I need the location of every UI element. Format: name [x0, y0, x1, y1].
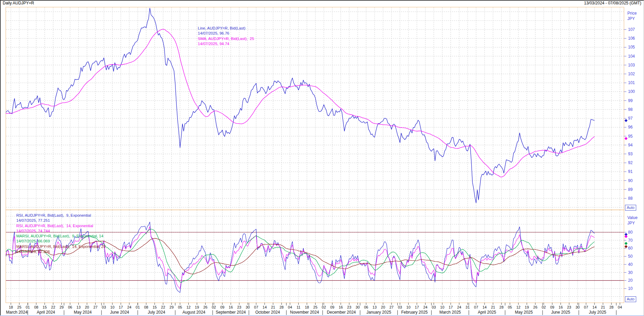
- x-axis-week-label: 23: [567, 305, 571, 309]
- x-axis-month-labels[interactable]: March 2024April 2024May 2024June 2024Jul…: [0, 310, 644, 315]
- x-axis-week-label: 20: [85, 305, 89, 309]
- x-axis-month-label: March 2025: [439, 310, 461, 315]
- x-axis-week-label: 17: [119, 305, 123, 309]
- value-tick-label: 20: [628, 278, 632, 283]
- x-axis-week-label: 29: [170, 305, 174, 309]
- value-tick-label: 60: [628, 246, 632, 251]
- x-axis-week-label: 14: [592, 305, 596, 309]
- x-axis-week-label: 22: [161, 305, 165, 309]
- legend-marsi14-name[interactable]: MARSI, AUDJPY=R, Bid(Last), 14, Exponent…: [16, 244, 106, 249]
- value-axis-auto-button[interactable]: Auto: [625, 296, 636, 302]
- x-axis-week-label: 13: [76, 305, 80, 309]
- x-axis-month-label: October 2024: [255, 310, 280, 315]
- price-tick-label: 88: [628, 196, 632, 201]
- x-axis-week-label: 19: [525, 305, 529, 309]
- price-tick-label: 104: [628, 54, 635, 59]
- value-axis-currency: JPY: [627, 220, 638, 226]
- x-axis-week-label: 10: [110, 305, 114, 309]
- x-axis-week-label: 20: [381, 305, 385, 309]
- price-tick-label: 93: [628, 152, 632, 156]
- legend-marsi9-name[interactable]: MARSI, AUDJPY=R, Bid(Last), 9, Exponenti…: [16, 234, 106, 239]
- value-tick-label: 50: [628, 254, 632, 259]
- x-axis-week-label: 02: [212, 305, 216, 309]
- x-axis-week-label: 07: [474, 305, 478, 309]
- x-axis-week-label: 13: [373, 305, 377, 309]
- x-axis-month-label: November 2024: [290, 310, 319, 315]
- legend-price-line-name[interactable]: Line, AUDJPY=R, Bid(Last): [198, 26, 254, 31]
- price-axis-auto-button[interactable]: Auto: [625, 205, 636, 211]
- chart-canvas[interactable]: [0, 0, 644, 316]
- x-axis-week-label: 06: [364, 305, 368, 309]
- price-tick-label: 103: [628, 63, 635, 67]
- legend-sma-name[interactable]: SMA, AUDJPY=R, Bid(Last), 25: [198, 36, 254, 41]
- x-axis-week-label: 03: [432, 305, 436, 309]
- x-axis-week-label: 30: [575, 305, 580, 309]
- sma25-series[interactable]: [5, 29, 594, 177]
- x-axis-week-label: 02: [322, 305, 326, 309]
- price-panel-border: [6, 7, 624, 210]
- x-axis-week-label: 09: [550, 305, 554, 309]
- x-axis-week-label: 15: [153, 305, 157, 309]
- x-axis-month-label: January 2025: [366, 310, 391, 315]
- price-tick-label: 97: [628, 116, 632, 121]
- x-axis-week-label: 24: [127, 305, 131, 309]
- price-tick-label: 96: [628, 125, 632, 130]
- value-tick-label: 40: [628, 262, 632, 267]
- value-axis-header[interactable]: Value JPY: [627, 215, 638, 226]
- x-axis-week-label: 09: [220, 305, 224, 309]
- legend-rsi14-name[interactable]: RSI, AUDJPY=R, Bid(Last), 14, Exponentia…: [16, 223, 106, 229]
- legend-price-line-value[interactable]: 14/07/2025, 96.76: [198, 31, 254, 36]
- price-tick-label: 101: [628, 80, 635, 85]
- x-axis-week-label: 16: [558, 305, 563, 309]
- legend-rsi9-name[interactable]: RSI, AUDJPY=R, Bid(Last), 9, Exponential: [16, 213, 106, 218]
- price-axis-header[interactable]: Price JPY: [627, 11, 637, 21]
- x-axis-week-label: 14: [482, 305, 487, 309]
- date-range: 13/03/2024 - 07/08/2025 (GMT): [584, 1, 641, 5]
- x-axis-month-label: April 2025: [478, 310, 496, 315]
- x-axis-week-label: 03: [398, 305, 402, 309]
- legend-rsi14-value[interactable]: 14/07/2025, 74.744: [16, 229, 106, 234]
- legend-rsi9-value[interactable]: 14/07/2025, 77.251: [16, 218, 106, 223]
- price-tick-label: 100: [628, 89, 635, 94]
- price-tick-label: 89: [628, 187, 632, 192]
- x-axis-week-label: 27: [390, 305, 394, 309]
- legend-sma-value[interactable]: 14/07/2025, 94.74: [198, 41, 254, 46]
- price-tick-label: 98: [628, 107, 632, 112]
- x-axis-week-label: 28: [499, 305, 504, 309]
- price-tick-label: 99: [628, 98, 632, 103]
- x-axis-week-label: 31: [466, 305, 470, 309]
- x-axis-week-label: 26: [203, 305, 207, 309]
- x-axis-week-label: 19: [195, 305, 199, 309]
- x-axis-month-label: June 2024: [110, 310, 129, 315]
- x-axis-week-label: 25: [313, 305, 317, 309]
- x-axis-week-label: 23: [237, 305, 241, 309]
- sma-last-marker: [625, 137, 628, 140]
- price-axis-title: Price: [627, 11, 637, 16]
- x-axis-week-label: 22: [51, 305, 55, 309]
- x-axis-week-label: 03: [102, 305, 106, 309]
- x-axis-week-label: 14: [263, 305, 267, 309]
- x-axis-week-label: 10: [406, 305, 411, 309]
- legend-marsi14-value[interactable]: 14/07/2025, 62.206: [16, 249, 106, 254]
- x-axis-week-label: 02: [542, 305, 546, 309]
- x-axis-week-label: 11: [297, 305, 300, 309]
- x-axis-week-label: 05: [178, 305, 182, 309]
- x-axis-week-label: 18: [9, 305, 13, 309]
- x-axis-week-label: 04: [288, 305, 292, 309]
- x-axis-week-label: 04: [618, 305, 622, 309]
- main-panel-legend: Line, AUDJPY=R, Bid(Last) 14/07/2025, 96…: [198, 26, 254, 46]
- x-axis-week-label: 01: [136, 305, 140, 309]
- chart-title: Daily AUDJPY=R: [3, 1, 34, 5]
- x-axis-week-label: 08: [144, 305, 148, 309]
- x-axis-week-label: 24: [457, 305, 461, 309]
- x-axis-week-label: 30: [246, 305, 250, 309]
- x-axis-week-label: 10: [440, 305, 444, 309]
- x-axis-week-label: 21: [491, 305, 495, 309]
- x-axis-month-label: May 2024: [74, 310, 92, 315]
- x-axis-day-labels[interactable]: 1825010815222906132027031017240108152229…: [0, 305, 644, 310]
- x-axis-week-label: 26: [533, 305, 537, 309]
- price-tick-label: 107: [628, 27, 635, 32]
- price-axis-currency: JPY: [627, 16, 637, 21]
- x-axis-month-label: August 2024: [183, 310, 205, 315]
- legend-marsi9-value[interactable]: 14/07/2025, 66.069: [16, 239, 106, 244]
